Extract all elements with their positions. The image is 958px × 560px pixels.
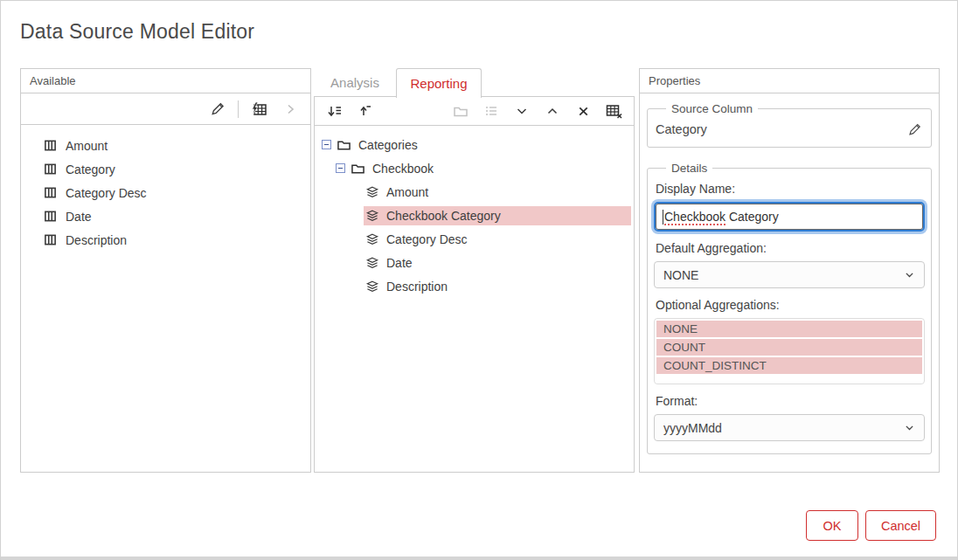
list-item[interactable]: Category Desc xyxy=(21,181,310,204)
table-columns-icon xyxy=(44,210,57,223)
tree-toolbar xyxy=(315,97,634,126)
display-name-input[interactable]: Checkbook Category xyxy=(654,202,925,232)
details-legend: Details xyxy=(666,162,712,175)
default-aggregation-value: NONE xyxy=(663,268,698,282)
chevron-down-icon xyxy=(904,269,915,280)
properties-panel: Properties Source Column Category Detail… xyxy=(639,68,940,473)
tree-node-label: Category Desc xyxy=(386,232,468,246)
layers-icon xyxy=(365,185,379,199)
tree-node-label: Categories xyxy=(358,138,418,152)
list-item[interactable]: Description xyxy=(21,228,310,252)
optional-aggregations-listbox[interactable]: NONE COUNT COUNT_DISTINCT xyxy=(654,318,925,384)
table-columns-icon xyxy=(44,186,57,199)
tab-reporting[interactable]: Reporting xyxy=(396,68,482,98)
details-fieldset: Details Display Name: Checkbook Category… xyxy=(647,162,932,454)
tree-node-field[interactable]: Date xyxy=(315,251,634,274)
list-item-label: Date xyxy=(66,210,92,224)
source-column-fieldset: Source Column Category xyxy=(647,102,932,148)
list-item[interactable]: Amount xyxy=(21,134,310,157)
list-item-label: Amount xyxy=(66,139,108,153)
list-item-label: Category xyxy=(66,162,115,176)
available-list: Amount Category Category Desc Date Descr… xyxy=(21,125,310,252)
display-name-label: Display Name: xyxy=(656,182,925,196)
tree-node-field-selected[interactable]: Checkbook Category xyxy=(315,204,634,227)
ok-button[interactable]: OK xyxy=(806,510,858,541)
sort-down-icon[interactable] xyxy=(323,100,346,122)
optional-aggregations-label: Optional Aggregations: xyxy=(656,298,925,312)
collapse-minus-icon[interactable] xyxy=(336,163,345,173)
edit-pencil-icon[interactable] xyxy=(906,121,923,138)
list-icon[interactable] xyxy=(480,100,503,122)
chevron-right-icon[interactable] xyxy=(279,98,302,121)
default-aggregation-label: Default Aggregation: xyxy=(656,241,925,255)
display-name-word-misspelled: Checkbook xyxy=(664,210,725,224)
data-source-model-editor-dialog: Data Source Model Editor Available xyxy=(0,0,958,560)
table-columns-icon xyxy=(44,139,57,152)
available-panel-title: Available xyxy=(21,69,310,93)
format-label: Format: xyxy=(656,394,925,408)
tree-node-field[interactable]: Description xyxy=(315,274,634,298)
list-item-label: Category Desc xyxy=(66,186,147,200)
edit-pencil-icon[interactable] xyxy=(206,98,229,121)
tree-node-set[interactable]: Categories xyxy=(315,133,634,156)
format-value: yyyyMMdd xyxy=(663,421,722,435)
source-column-value: Category xyxy=(656,122,707,136)
layers-icon xyxy=(365,256,379,270)
layers-icon xyxy=(365,232,379,246)
list-item[interactable]: Date xyxy=(21,204,310,228)
tree-node-set[interactable]: Checkbook xyxy=(315,156,634,180)
remove-table-icon[interactable] xyxy=(602,100,625,122)
dialog-bottom-edge xyxy=(1,557,957,560)
tab-bar: Analysis Reporting xyxy=(314,68,635,97)
cancel-button[interactable]: Cancel xyxy=(865,510,936,541)
format-select[interactable]: yyyyMMdd xyxy=(654,414,925,441)
table-columns-icon xyxy=(44,233,57,246)
page-title: Data Source Model Editor xyxy=(20,20,254,44)
text-caret xyxy=(663,210,663,225)
tree-node-label: Checkbook xyxy=(372,162,434,176)
layers-icon xyxy=(365,280,379,294)
source-column-legend: Source Column xyxy=(666,102,758,115)
delete-icon[interactable] xyxy=(572,100,594,122)
tree-node-label: Date xyxy=(386,256,413,270)
display-name-word-rest: Category xyxy=(725,210,779,224)
available-toolbar xyxy=(21,93,310,125)
available-panel: Available xyxy=(20,68,311,473)
move-top-icon[interactable] xyxy=(354,100,377,122)
collapse-minus-icon[interactable] xyxy=(322,140,331,149)
reporting-panel: Categories Checkbook Amount Checkbook Ca… xyxy=(314,97,635,473)
list-item-label: Description xyxy=(66,233,127,247)
folder-icon xyxy=(351,162,365,175)
move-down-icon[interactable] xyxy=(510,100,533,122)
toolbar-divider xyxy=(238,100,239,118)
new-folder-icon[interactable] xyxy=(449,100,472,122)
folder-icon xyxy=(337,138,351,151)
reporting-tree: Categories Checkbook Amount Checkbook Ca… xyxy=(315,126,634,298)
tree-node-label: Description xyxy=(386,280,448,294)
tree-node-field[interactable]: Category Desc xyxy=(315,227,634,251)
tree-node-field[interactable]: Amount xyxy=(315,180,634,204)
tab-analysis[interactable]: Analysis xyxy=(316,68,394,97)
chevron-down-icon xyxy=(904,422,915,433)
tree-node-label: Checkbook Category xyxy=(386,209,501,223)
list-item[interactable]: Category xyxy=(21,157,310,181)
move-up-icon[interactable] xyxy=(541,100,564,122)
generate-table-icon[interactable] xyxy=(247,98,270,121)
aggregation-option-selected[interactable]: COUNT xyxy=(656,339,922,356)
layers-icon xyxy=(365,209,379,223)
aggregation-option-selected[interactable]: NONE xyxy=(656,321,922,337)
tree-node-label: Amount xyxy=(386,185,428,199)
table-columns-icon xyxy=(44,162,57,176)
default-aggregation-select[interactable]: NONE xyxy=(654,261,925,288)
properties-panel-title: Properties xyxy=(640,69,939,93)
aggregation-option-selected[interactable]: COUNT_DISTINCT xyxy=(656,357,922,374)
